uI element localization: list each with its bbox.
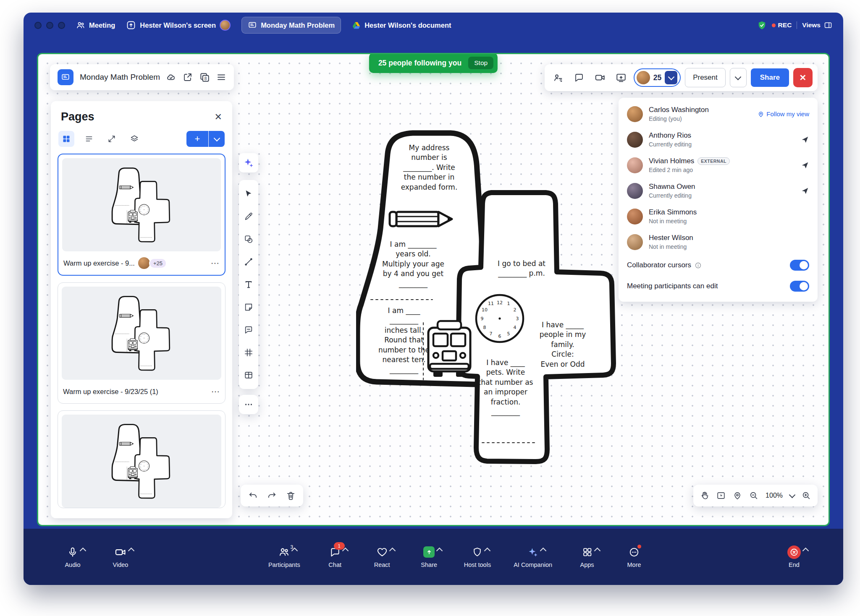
chevron-up-icon[interactable] xyxy=(389,547,396,554)
comment-tool[interactable] xyxy=(239,318,258,341)
tab-meeting[interactable]: Meeting xyxy=(76,21,115,30)
chevron-up-icon[interactable] xyxy=(484,547,491,554)
close-pages-panel-button[interactable]: ✕ xyxy=(215,112,222,123)
video-button[interactable]: Video xyxy=(108,546,133,568)
stop-following-button[interactable]: Stop xyxy=(468,57,493,69)
chevron-up-icon[interactable] xyxy=(594,547,600,554)
ai-companion-button[interactable]: AI Companion xyxy=(514,546,552,568)
present-button[interactable]: Present xyxy=(685,68,726,87)
minimize-window-button[interactable] xyxy=(46,22,53,29)
participants-edit-toggle[interactable] xyxy=(790,281,809,292)
page-thumbnail-image xyxy=(62,415,221,508)
chat-panel-button[interactable] xyxy=(571,69,587,86)
chevron-up-icon[interactable] xyxy=(128,547,135,554)
window-controls[interactable] xyxy=(34,22,65,29)
cast-button[interactable] xyxy=(613,69,629,86)
recording-indicator[interactable]: REC xyxy=(772,21,792,29)
page-thumbnail[interactable] xyxy=(58,410,225,508)
video-button[interactable] xyxy=(592,69,608,86)
react-button[interactable]: React xyxy=(370,546,394,568)
sticky-note-tool[interactable] xyxy=(239,296,258,318)
collaborator-cursors-toggle[interactable] xyxy=(790,260,809,271)
manage-collaborators-button[interactable] xyxy=(550,69,566,86)
expand-panel-button[interactable] xyxy=(104,131,120,147)
tab-whiteboard-active[interactable]: Monday Math Problem xyxy=(241,17,341,34)
more-notification-dot xyxy=(637,545,641,548)
follow-my-view-link[interactable]: Follow my view xyxy=(758,110,809,117)
text-tool[interactable] xyxy=(239,273,258,296)
tab-document[interactable]: Hester Wilson's document xyxy=(352,21,451,30)
locate-button[interactable] xyxy=(733,491,742,500)
chevron-up-icon[interactable] xyxy=(802,547,809,554)
participants-button[interactable]: 3 Participants xyxy=(268,546,300,568)
chat-button[interactable]: 1 Chat xyxy=(323,546,347,568)
collaborator-row[interactable]: Carlos Washington Editing (you) Follow m… xyxy=(619,101,818,127)
host-tools-button[interactable]: Host tools xyxy=(464,546,491,568)
maximize-window-button[interactable] xyxy=(58,22,65,29)
rec-label: REC xyxy=(778,21,792,29)
line-tool[interactable] xyxy=(239,251,258,273)
avatar xyxy=(627,209,643,224)
page-thumbnail[interactable]: Warm up exercise - 9/23/25 (1) ⋯ xyxy=(58,282,225,404)
following-banner-text: 25 people following you xyxy=(378,59,461,68)
more-tools-button[interactable] xyxy=(239,395,258,414)
collaborator-dropdown-button[interactable] xyxy=(665,71,677,84)
close-window-button[interactable] xyxy=(34,22,42,29)
minimap-button[interactable] xyxy=(716,491,726,500)
redo-button[interactable] xyxy=(267,491,277,501)
chevron-up-icon[interactable] xyxy=(436,547,443,554)
chevron-down-icon xyxy=(668,73,674,80)
frame-tool[interactable] xyxy=(239,341,258,364)
views-button[interactable]: Views xyxy=(802,21,832,29)
tab-screen-share-label: Hester Wilson's screen xyxy=(140,21,216,29)
menu-icon[interactable] xyxy=(216,72,226,82)
add-page-button[interactable]: + xyxy=(186,131,208,147)
layers-button[interactable] xyxy=(126,131,142,147)
tab-screen-share[interactable]: Hester Wilson's screen xyxy=(126,20,231,31)
list-view-button[interactable] xyxy=(81,131,97,147)
share-button[interactable]: Share xyxy=(751,68,789,87)
collaborator-row[interactable]: Erika Simmons Not in meeting xyxy=(619,204,818,229)
chevron-up-icon[interactable] xyxy=(540,547,547,554)
board-top-toolbar: 25 Present Share ✕ xyxy=(545,64,818,91)
zoom-in-button[interactable] xyxy=(802,491,811,500)
pages-panel: Pages ✕ + xyxy=(51,101,232,518)
select-tool[interactable] xyxy=(239,183,258,205)
grid-view-button[interactable] xyxy=(58,131,74,147)
shapes-tool[interactable] xyxy=(239,228,258,251)
ai-assist-button[interactable] xyxy=(239,153,258,172)
collaborator-row[interactable]: Shawna Owen Currently editing xyxy=(619,178,818,204)
share-screen-button[interactable]: Share xyxy=(417,546,441,568)
close-whiteboard-button[interactable]: ✕ xyxy=(793,68,813,87)
page-menu-button[interactable]: ⋯ xyxy=(211,258,220,268)
pan-tool-button[interactable] xyxy=(700,491,709,500)
collaborator-name: Carlos Washington xyxy=(649,106,709,114)
undo-button[interactable] xyxy=(248,491,258,501)
table-tool[interactable] xyxy=(239,364,258,386)
pages-count-icon[interactable]: 8 xyxy=(199,72,210,83)
whiteboard-canvas[interactable]: 12 1 2 3 4 5 6 7 8 9 10 11 xyxy=(37,53,830,526)
avatar xyxy=(138,257,150,269)
collaborator-row[interactable]: Hester Wilson Not in meeting xyxy=(619,229,818,255)
apps-button[interactable]: Apps xyxy=(575,546,599,568)
zoom-level[interactable]: 100% xyxy=(766,492,783,499)
zoom-out-button[interactable] xyxy=(749,491,758,500)
avatar xyxy=(637,71,650,84)
collaborator-count-pill[interactable]: 25 xyxy=(634,68,681,87)
page-menu-button[interactable]: ⋯ xyxy=(211,386,220,397)
present-options-button[interactable] xyxy=(730,68,747,87)
zoom-menu-button[interactable] xyxy=(789,491,796,498)
delete-button[interactable] xyxy=(286,491,296,501)
collaborator-row[interactable]: Anthony Rios Currently editing xyxy=(619,127,818,152)
pen-tool[interactable] xyxy=(239,205,258,228)
end-meeting-button[interactable]: End xyxy=(782,546,806,568)
open-external-icon[interactable] xyxy=(183,72,193,82)
chevron-up-icon[interactable] xyxy=(80,547,87,554)
collaborator-row[interactable]: Vivian Holmes EXTERNAL Edited 2 min ago xyxy=(619,152,818,178)
worksheet-pets-prompt: I have ____ pets. Write that number as a… xyxy=(472,358,539,417)
svg-text:4: 4 xyxy=(514,325,517,330)
add-page-options-button[interactable] xyxy=(209,131,225,147)
more-button[interactable]: More xyxy=(622,546,646,568)
audio-button[interactable]: Audio xyxy=(60,546,85,568)
page-thumbnail-selected[interactable]: Warm up exercise - 9... +25 ⋯ xyxy=(58,154,225,276)
